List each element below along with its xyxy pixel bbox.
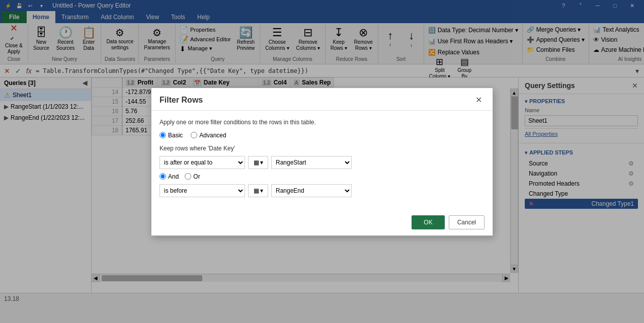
filter-type-icon-2: ▦ bbox=[254, 187, 259, 194]
radio-and[interactable] bbox=[159, 173, 166, 180]
modal-close-btn[interactable]: ✕ bbox=[472, 94, 485, 106]
filter-type-btn-1[interactable]: ▦ ▾ bbox=[248, 156, 268, 169]
filter-condition-1[interactable]: is after or equal to is before is after … bbox=[159, 156, 245, 169]
radio-advanced-label[interactable]: Advanced bbox=[191, 132, 226, 139]
filter-row-1: is after or equal to is before is after … bbox=[159, 156, 485, 169]
modal-overlay: Filter Rows ✕ Apply one or more filter c… bbox=[0, 0, 644, 323]
modal-description: Apply one or more filter conditions to t… bbox=[159, 119, 485, 126]
filter-type-icon-1: ▦ bbox=[254, 159, 259, 166]
radio-advanced-text: Advanced bbox=[199, 132, 226, 139]
filter-type-arrow-2: ▾ bbox=[260, 187, 263, 194]
radio-or-label[interactable]: Or bbox=[185, 173, 200, 180]
filter-value-2[interactable]: RangeStart RangeEnd bbox=[271, 184, 352, 197]
radio-and-text: And bbox=[168, 173, 179, 180]
filter-condition-2[interactable]: is after or equal to is before is after … bbox=[159, 184, 245, 197]
filter-type-arrow-1: ▾ bbox=[260, 159, 263, 166]
modal-header: Filter Rows ✕ bbox=[151, 88, 493, 111]
filter-row-2: is after or equal to is before is after … bbox=[159, 184, 485, 197]
modal-title: Filter Rows bbox=[159, 96, 203, 105]
filter-rows-modal: Filter Rows ✕ Apply one or more filter c… bbox=[151, 88, 493, 236]
radio-or-text: Or bbox=[193, 173, 200, 180]
radio-basic-text: Basic bbox=[168, 132, 183, 139]
and-or-group: And Or bbox=[159, 173, 485, 180]
modal-body: Apply one or more filter conditions to t… bbox=[151, 111, 493, 209]
radio-basic[interactable] bbox=[159, 132, 166, 138]
radio-or[interactable] bbox=[185, 173, 191, 180]
filter-keep-rows-text: Keep rows where 'Date Key' bbox=[159, 145, 485, 152]
filter-value-1[interactable]: RangeStart RangeEnd bbox=[271, 156, 352, 169]
modal-ok-btn[interactable]: OK bbox=[412, 215, 444, 229]
radio-and-label[interactable]: And bbox=[159, 173, 179, 180]
modal-footer: OK Cancel bbox=[151, 209, 493, 235]
modal-cancel-btn[interactable]: Cancel bbox=[449, 215, 485, 229]
filter-type-btn-2[interactable]: ▦ ▾ bbox=[248, 184, 268, 197]
radio-advanced[interactable] bbox=[191, 132, 197, 138]
radio-basic-label[interactable]: Basic bbox=[159, 132, 183, 139]
modal-radio-group: Basic Advanced bbox=[159, 132, 485, 139]
